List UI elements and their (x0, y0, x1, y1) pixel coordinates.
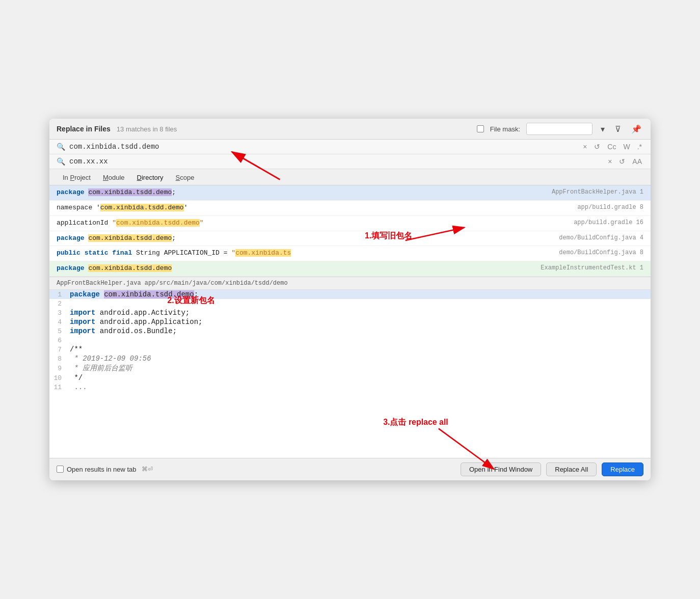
line-content-3: import android.app.Activity; (70, 309, 190, 317)
footer: Open results in new tab ⌘⏎ Open in Find … (49, 458, 651, 480)
code-line-2: 2 (49, 299, 651, 308)
clear-search-1-btn[interactable]: × (581, 143, 588, 151)
result-row-5[interactable]: public static final String APPLICATION_I… (49, 246, 651, 261)
search-row-replace: 🔍 com.xx.xx × ↺ AA (49, 154, 651, 169)
code-line-11: 11 ... (49, 383, 651, 392)
code-line-3: 3 import android.app.Activity; (49, 308, 651, 317)
dropdown-btn[interactable]: ▾ (599, 123, 607, 135)
aa-btn[interactable]: AA (631, 157, 643, 166)
tab-module[interactable]: Module (97, 171, 131, 185)
replace-btn[interactable]: Replace (602, 462, 643, 476)
result-row-1[interactable]: package com.xinbida.tsdd.demo; AppFrontB… (49, 185, 651, 201)
regex-btn[interactable]: .* (636, 143, 643, 151)
results-area: package com.xinbida.tsdd.demo; AppFrontB… (49, 185, 651, 277)
line-num-2: 2 (49, 300, 70, 308)
result-code-5: public static final String APPLICATION_I… (57, 248, 542, 259)
search-text-2: com.xx.xx (69, 157, 334, 166)
tab-directory[interactable]: Directory (131, 171, 170, 185)
result-row-4[interactable]: package com.xinbida.tsdd.demo; demo/Buil… (49, 231, 651, 247)
result-file-6: ExampleInstrumentedTest.kt 1 (535, 263, 643, 274)
line-content-9: * 应用前后台监听 (70, 364, 132, 373)
code-line-10: 10 */ (49, 373, 651, 383)
line-content-7: /** (70, 345, 83, 353)
result-row-2[interactable]: namespace 'com.xinbida.tsdd.demo' app/bu… (49, 201, 651, 216)
code-line-8: 8 * 2019-12-09 09:56 (49, 354, 651, 363)
search-icon-1: 🔍 (57, 143, 65, 151)
tab-in-project[interactable]: In Project (57, 171, 97, 185)
code-line-4: 4 import android.app.Application; (49, 317, 651, 326)
open-results-checkbox-wrap: Open results in new tab (57, 466, 137, 473)
result-file-5: demo/BuildConfig.java 8 (542, 248, 643, 259)
result-code-1: package com.xinbida.tsdd.demo; (57, 187, 542, 198)
replace-all-btn[interactable]: Replace All (546, 462, 597, 476)
code-line-1: 1 package com.xinbida.tsdd.demo; (49, 290, 651, 299)
line-content-11: ... (70, 383, 87, 391)
code-line-9: 9 * 应用前后台监听 (49, 363, 651, 373)
line-num-5: 5 (49, 328, 70, 335)
code-line-5: 5 import android.os.Bundle; (49, 326, 651, 336)
preview-filepath: AppFrontBackHelper.java app/src/main/jav… (57, 280, 288, 287)
line-content-8: * 2019-12-09 09:56 (70, 355, 151, 363)
result-file-3: app/build.gradle 16 (542, 218, 643, 229)
result-row-6[interactable]: package com.xinbida.tsdd.demo ExampleIns… (49, 261, 651, 277)
line-num-7: 7 (49, 346, 70, 353)
header-bar: Replace in Files 13 matches in 8 files F… (49, 119, 651, 140)
line-content-2 (70, 300, 74, 308)
line-content-5: import android.os.Bundle; (70, 327, 177, 335)
case-sensitive-btn[interactable]: Cc (606, 143, 617, 151)
search-row-find: 🔍 com.xinbida.tsdd.demo × ↺ Cc W .* (49, 140, 651, 154)
result-file-4: demo/BuildConfig.java 4 (542, 233, 643, 244)
header-matches: 13 matches in 8 files (117, 125, 177, 133)
tabs-row: In Project Module Directory Scope (49, 169, 651, 185)
file-mask-input[interactable] (526, 123, 593, 135)
file-mask-label: File mask: (490, 125, 520, 133)
whole-word-btn[interactable]: W (622, 143, 631, 151)
line-content-1: package com.xinbida.tsdd.demo; (70, 290, 198, 298)
pin-icon-btn[interactable]: 📌 (629, 123, 643, 135)
preview-header: AppFrontBackHelper.java app/src/main/jav… (49, 277, 651, 290)
line-content-10: */ (70, 374, 83, 382)
line-num-6: 6 (49, 337, 70, 344)
line-num-3: 3 (49, 309, 70, 317)
line-num-10: 10 (49, 374, 70, 382)
line-num-4: 4 (49, 318, 70, 326)
search-icon-2: 🔍 (57, 157, 65, 166)
code-area: 1 package com.xinbida.tsdd.demo; 2 3 imp… (49, 290, 651, 458)
undo-search-2-btn[interactable]: ↺ (617, 157, 627, 166)
tab-scope[interactable]: Scope (170, 171, 201, 185)
line-num-1: 1 (49, 291, 70, 298)
clear-search-2-btn[interactable]: × (606, 157, 613, 166)
result-code-2: namespace 'com.xinbida.tsdd.demo' (57, 203, 542, 213)
result-file-2: app/build.gradle 8 (542, 203, 643, 213)
shortcut-key: ⌘⏎ (142, 466, 153, 473)
open-results-label: Open results in new tab (67, 466, 137, 473)
line-num-9: 9 (49, 365, 70, 372)
file-mask-checkbox[interactable] (477, 125, 484, 132)
result-file-1: AppFrontBackHelper.java 1 (542, 187, 643, 198)
code-line-6: 6 (49, 336, 651, 345)
result-code-6: package com.xinbida.tsdd.demo (57, 263, 535, 274)
line-num-8: 8 (49, 355, 70, 363)
result-code-4: package com.xinbida.tsdd.demo; (57, 233, 542, 244)
header-title: Replace in Files (57, 125, 111, 133)
open-in-find-window-btn[interactable]: Open in Find Window (461, 462, 541, 476)
replace-in-files-window: Replace in Files 13 matches in 8 files F… (49, 119, 651, 480)
code-line-7: 7 /** (49, 345, 651, 354)
result-code-3: applicationId "com.xinbida.tsdd.demo" (57, 218, 542, 229)
result-row-3[interactable]: applicationId "com.xinbida.tsdd.demo" ap… (49, 216, 651, 231)
open-results-checkbox[interactable] (57, 466, 64, 473)
search-text-1: com.xinbida.tsdd.demo (69, 143, 321, 151)
undo-search-1-btn[interactable]: ↺ (593, 143, 602, 151)
line-num-11: 11 (49, 384, 70, 391)
filter-icon-btn[interactable]: ⊽ (613, 123, 623, 135)
line-content-4: import android.app.Application; (70, 318, 202, 326)
line-content-6 (70, 336, 74, 344)
